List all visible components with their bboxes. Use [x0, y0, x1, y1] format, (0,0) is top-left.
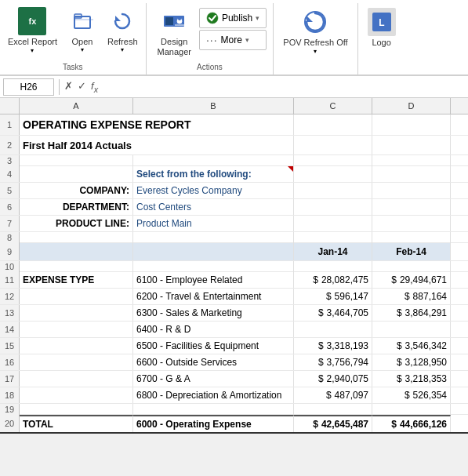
cell-d15[interactable]: $3,546,342 [372, 338, 451, 354]
spreadsheet: A B C D 1 OPERATING EXPENSE REPORT 2 Fir… [0, 98, 468, 434]
cell-d8[interactable] [372, 232, 451, 243]
cell-d9[interactable]: Feb-14 [372, 243, 451, 260]
cell-c7[interactable] [294, 216, 372, 231]
cell-b6[interactable]: Cost Centers [133, 199, 294, 215]
cell-b20[interactable]: 6000 - Operating Expense [133, 415, 294, 432]
col-header-d[interactable]: D [372, 98, 451, 114]
cell-c12[interactable]: $596,147 [294, 289, 372, 304]
cell-c2[interactable] [294, 136, 372, 154]
cell-b13[interactable]: 6300 - Sales & Marketing [133, 305, 294, 321]
cell-b5[interactable]: Everest Cycles Company [133, 183, 294, 198]
col-header-c[interactable]: C [294, 98, 372, 114]
cell-a7[interactable]: PRODUCT LINE: [20, 216, 133, 231]
cell-a8[interactable] [20, 232, 133, 243]
publish-button[interactable]: Publish ▾ [199, 8, 267, 28]
cell-a2[interactable]: First Half 2014 Actuals [20, 136, 294, 154]
table-row: 12 6200 - Travel & Entertainment $596,14… [0, 289, 468, 305]
cell-a5[interactable]: COMPANY: [20, 183, 133, 198]
pov-refresh-button[interactable]: POV Refresh Off ▾ [274, 3, 357, 74]
cell-a10[interactable] [20, 261, 133, 272]
formula-bar: ✗ ✓ fx [0, 76, 468, 98]
cell-a14[interactable] [20, 322, 133, 337]
row-number: 13 [0, 305, 20, 321]
cell-d20[interactable]: $44,666,126 [372, 415, 451, 432]
cell-d18[interactable]: $526,354 [372, 387, 451, 403]
cell-b17[interactable]: 6700 - G & A [133, 371, 294, 387]
insert-function-icon[interactable]: fx [91, 80, 98, 94]
cell-d2[interactable] [372, 136, 451, 154]
cell-b14[interactable]: 6400 - R & D [133, 322, 294, 337]
cell-a11[interactable]: EXPENSE TYPE [20, 272, 133, 288]
cell-a18[interactable] [20, 387, 133, 403]
cell-c10[interactable] [294, 261, 372, 272]
cell-a6[interactable]: DEPARTMENT: [20, 199, 133, 215]
confirm-formula-icon[interactable]: ✓ [78, 80, 86, 94]
ribbon-content: fx Excel Report ▾ Open ▾ [0, 0, 468, 76]
cell-c18[interactable]: $487,097 [294, 387, 372, 403]
excel-report-button[interactable]: fx Excel Report ▾ [3, 5, 62, 60]
formula-input[interactable] [101, 80, 465, 94]
cancel-formula-icon[interactable]: ✗ [64, 80, 73, 94]
cell-a1[interactable]: OPERATING EXPENSE REPORT [20, 114, 294, 135]
cell-d17[interactable]: $3,218,353 [372, 371, 451, 387]
cell-a13[interactable] [20, 305, 133, 321]
cell-b8[interactable] [133, 232, 294, 243]
open-button[interactable]: Open ▾ [63, 5, 101, 60]
cell-b15[interactable]: 6500 - Facilities & Equipment [133, 338, 294, 354]
cell-c20[interactable]: $42,645,487 [294, 415, 372, 432]
cell-c14[interactable] [294, 322, 372, 337]
cell-b3[interactable] [133, 155, 294, 166]
cell-d13[interactable]: $3,864,291 [372, 305, 451, 321]
col-header-a[interactable]: A [20, 98, 133, 114]
cell-c17[interactable]: $2,940,075 [294, 371, 372, 387]
cell-b11[interactable]: 6100 - Employee Related [133, 272, 294, 288]
refresh-button[interactable]: Refresh ▾ [103, 5, 143, 60]
design-manager-label: DesignManager [158, 37, 191, 57]
cell-c13[interactable]: $3,464,705 [294, 305, 372, 321]
cell-c8[interactable] [294, 232, 372, 243]
cell-a16[interactable] [20, 354, 133, 370]
cell-b9[interactable] [133, 243, 294, 260]
cell-c6[interactable] [294, 199, 372, 215]
cell-d5[interactable] [372, 183, 451, 198]
cell-d12[interactable]: $887,164 [372, 289, 451, 304]
cell-c9[interactable]: Jan-14 [294, 243, 372, 260]
cell-d4[interactable] [372, 166, 451, 182]
cell-d1[interactable] [372, 114, 451, 135]
cell-c15[interactable]: $3,318,193 [294, 338, 372, 354]
cell-b16[interactable]: 6600 - Outside Services [133, 354, 294, 370]
more-button[interactable]: ··· More ▾ [199, 30, 267, 50]
cell-b12[interactable]: 6200 - Travel & Entertainment [133, 289, 294, 304]
cell-b4[interactable]: Select from the following: [133, 166, 294, 182]
cell-d10[interactable] [372, 261, 451, 272]
cell-c1[interactable] [294, 114, 372, 135]
cell-b7[interactable]: Product Main [133, 216, 294, 231]
cell-d11[interactable]: $29,494,671 [372, 272, 451, 288]
cell-c3[interactable] [294, 155, 372, 166]
cell-b18[interactable]: 6800 - Depreciation & Amortization [133, 387, 294, 403]
cell-d14[interactable] [372, 322, 451, 337]
cell-a9[interactable] [20, 243, 133, 260]
table-row: 15 6500 - Facilities & Equipment $3,318,… [0, 338, 468, 354]
cell-d16[interactable]: $3,128,950 [372, 354, 451, 370]
cell-a12[interactable] [20, 289, 133, 304]
row-number: 5 [0, 183, 20, 198]
row-number: 3 [0, 155, 20, 166]
cell-c5[interactable] [294, 183, 372, 198]
cell-c11[interactable]: $28,082,475 [294, 272, 372, 288]
cell-a15[interactable] [20, 338, 133, 354]
cell-a3[interactable] [20, 155, 133, 166]
cell-c16[interactable]: $3,756,794 [294, 354, 372, 370]
col-header-b[interactable]: B [133, 98, 294, 114]
cell-a20[interactable]: TOTAL [20, 415, 133, 432]
cell-a4[interactable] [20, 166, 133, 182]
cell-d7[interactable] [372, 216, 451, 231]
cell-b10[interactable] [133, 261, 294, 272]
design-manager-button[interactable]: DesignManager [153, 5, 196, 60]
cell-d6[interactable] [372, 199, 451, 215]
cell-reference-input[interactable] [3, 78, 54, 96]
table-row: 10 [0, 261, 468, 272]
cell-c4[interactable] [294, 166, 372, 182]
cell-d3[interactable] [372, 155, 451, 166]
cell-a17[interactable] [20, 371, 133, 387]
